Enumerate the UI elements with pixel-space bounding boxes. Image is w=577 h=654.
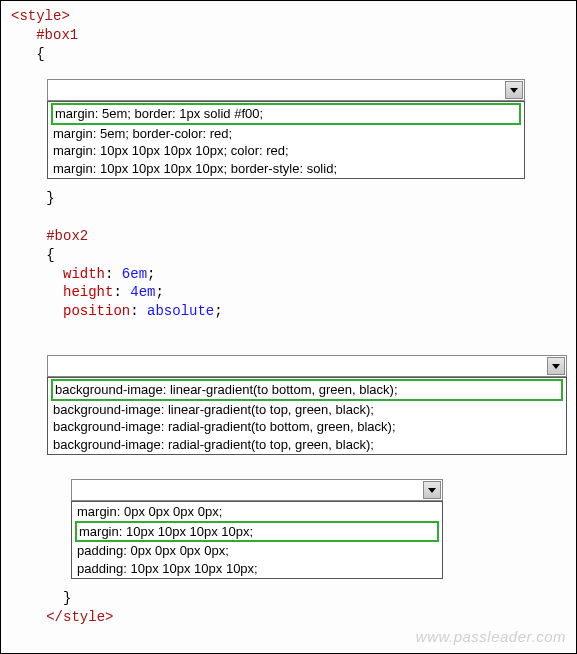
list-item[interactable]: background-image: radial-gradient(to top… [51, 436, 563, 454]
list-item[interactable]: padding: 10px 10px 10px 10px; [75, 560, 439, 578]
code-block-2: } #box2 { width: 6em; height: 4em; posit… [11, 183, 233, 321]
dropdown-box1-options[interactable]: margin: 5em; border: 1px solid #f00; mar… [47, 101, 525, 179]
dropdown-box2-margin-options[interactable]: margin: 0px 0px 0px 0px; margin: 10px 10… [71, 501, 443, 579]
chevron-down-icon [423, 481, 441, 499]
chevron-down-icon [547, 357, 565, 375]
dropdown-box1-style[interactable] [47, 79, 525, 101]
list-item[interactable]: background-image: radial-gradient(to bot… [51, 418, 563, 436]
list-item[interactable]: padding: 0px 0px 0px 0px; [75, 542, 439, 560]
watermark: www.passleader.com [416, 628, 566, 645]
list-item[interactable]: background-image: linear-gradient(to top… [51, 401, 563, 419]
list-item[interactable]: margin: 10px 10px 10px 10px; color: red; [51, 142, 521, 160]
list-item[interactable]: margin: 10px 10px 10px 10px; [75, 521, 439, 543]
dropdown-box2-margin[interactable] [71, 479, 443, 501]
list-item[interactable]: margin: 5em; border-color: red; [51, 125, 521, 143]
chevron-down-icon [505, 81, 523, 99]
dropdown-box2-bg[interactable] [47, 355, 567, 377]
code-block-3: } </style> [11, 583, 123, 627]
dropdown-box2-options[interactable]: background-image: linear-gradient(to bot… [47, 377, 567, 455]
list-item[interactable]: background-image: linear-gradient(to bot… [51, 379, 563, 401]
list-item[interactable]: margin: 10px 10px 10px 10px; border-styl… [51, 160, 521, 178]
list-item[interactable]: margin: 0px 0px 0px 0px; [75, 503, 439, 521]
list-item[interactable]: margin: 5em; border: 1px solid #f00; [51, 103, 521, 125]
